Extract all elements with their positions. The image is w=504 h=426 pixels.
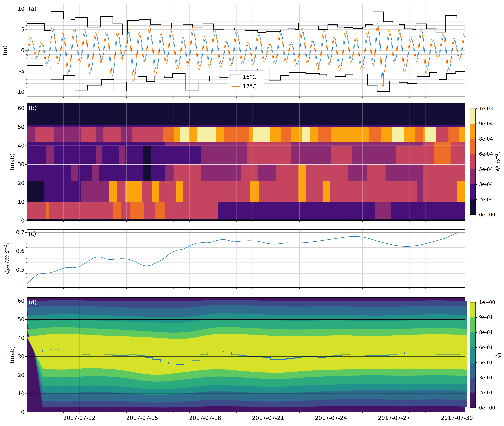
colorbar-segment [470, 348, 476, 362]
panel-b-plot [22, 103, 467, 224]
panel-d-ytick: 40 [2, 335, 24, 341]
x-axis-date-label: 2017-07-12 [63, 415, 95, 421]
x-axis-date-label: 2017-07-18 [189, 415, 221, 421]
colorbar-tick [476, 199, 477, 200]
panel-a-ytick: 0 [2, 48, 24, 53]
x-axis-date-label: 2017-07-30 [441, 415, 473, 421]
colorbar-tick [476, 169, 477, 170]
panel-d-ytick: 20 [2, 373, 24, 378]
colorbar-ticklabel: 1e+00 [479, 300, 495, 305]
figure: (a) (b) (c) (d) (m) (mab) cM2 (m s−1) (m… [0, 0, 504, 426]
colorbar-tick [476, 124, 477, 124]
colorbar-tick [476, 214, 477, 215]
colorbar-segment [470, 333, 476, 348]
colorbar-segment [470, 154, 476, 169]
colorbar-ticklabel: 0e+00 [479, 405, 495, 410]
colorbar-segment [470, 362, 476, 377]
legend-label-16c: 16°C [243, 74, 256, 80]
colorbar-segment [470, 109, 476, 124]
panel-c-ytick: 0.6 [2, 248, 24, 254]
colorbar-tick [476, 184, 477, 185]
colorbar-tick [476, 408, 477, 408]
colorbar-ticklabel: 2e-01 [479, 390, 493, 395]
colorbar-ticklabel: 8e-04 [479, 136, 493, 141]
x-axis-date-label: 2017-07-21 [252, 415, 284, 421]
colorbar-tick [476, 377, 477, 378]
legend-swatch-16c [232, 77, 239, 77]
colorbar-segment [470, 392, 476, 408]
panel-a-label: (a) [28, 6, 36, 12]
legend-item-17c: 17°C [232, 83, 260, 90]
panel-d-label: (d) [28, 299, 37, 305]
panel-d-ytick: 30 [2, 354, 24, 359]
colorbar-segment [470, 184, 476, 199]
colorbar-tick [476, 332, 477, 333]
colorbar-tick [476, 317, 477, 318]
panel-d-ytick: 50 [2, 317, 24, 322]
colorbar-ticklabel: 3e-01 [479, 375, 493, 380]
panel-b-ytick: 50 [2, 124, 24, 130]
colorbar-ticklabel: 0e+00 [479, 212, 495, 217]
colorbar-ticklabel: 8e-01 [479, 330, 493, 335]
colorbar-n2 [470, 108, 476, 215]
colorbar-segment [470, 199, 476, 214]
colorbar-segment [470, 124, 476, 139]
colorbar-ticklabel: 6e-04 [479, 152, 493, 156]
colorbar-segment [470, 318, 476, 333]
panel-c-plot [22, 229, 467, 291]
colorbar-ticklabel: 9e-04 [479, 121, 493, 126]
legend-label-17c: 17°C [243, 83, 256, 90]
panel-d-ytick: 60 [2, 298, 24, 304]
panel-a-ytick: 10 [2, 6, 24, 12]
colorbar-tick [476, 302, 477, 302]
panel-d-ytick: 0 [2, 410, 24, 415]
panel-c-ytick: 0.7 [2, 230, 24, 235]
colorbar-ticklabel: 1e-03 [479, 106, 493, 111]
panel-c-label: (c) [28, 231, 36, 237]
legend: 16°C 17°C [228, 70, 264, 93]
panel-c-ytick: 0.5 [2, 267, 24, 272]
colorbar-phi1-label: ϕ1 [495, 352, 502, 358]
colorbar-tick [476, 347, 477, 348]
colorbar-ticklabel: 9e-01 [479, 315, 493, 320]
x-axis-date-label: 2017-07-24 [315, 415, 347, 421]
colorbar-segment [470, 302, 476, 318]
colorbar-ticklabel: 3e-04 [479, 182, 493, 187]
panel-b-ytick: 60 [2, 106, 24, 111]
colorbar-tick [476, 154, 477, 154]
panel-a-ytick: 5 [2, 27, 24, 32]
colorbar-segment [470, 169, 476, 184]
x-axis-date-label: 2017-07-27 [378, 415, 410, 421]
panel-b-ytick: 10 [2, 199, 24, 205]
panel-b-ytick: 40 [2, 143, 24, 148]
colorbar-n2-label: N2 (s−2) [494, 152, 501, 172]
colorbar-tick [476, 392, 477, 393]
colorbar-ticklabel: 5e-04 [479, 167, 493, 172]
legend-item-16c: 16°C [232, 74, 260, 80]
colorbar-ticklabel: 5e-01 [479, 360, 493, 365]
legend-swatch-17c [232, 86, 239, 87]
colorbar-tick [476, 139, 477, 139]
x-axis-date-label: 2017-07-15 [126, 415, 158, 421]
panel-b-ytick: 20 [2, 180, 24, 186]
panel-b-label: (b) [28, 105, 37, 111]
colorbar-phi1 [470, 302, 476, 408]
panel-b-ytick: 30 [2, 162, 24, 167]
colorbar-segment [470, 139, 476, 154]
panel-a-ytick: -10 [2, 89, 24, 94]
colorbar-segment [470, 377, 476, 392]
colorbar-ticklabel: 2e-04 [479, 197, 493, 202]
panel-d-plot [22, 298, 467, 416]
panel-b-ytick: 0 [2, 218, 24, 223]
colorbar-tick [476, 108, 477, 109]
panel-d-ytick: 10 [2, 391, 24, 396]
colorbar-ticklabel: 6e-01 [479, 345, 493, 350]
colorbar-tick [476, 362, 477, 363]
panel-a-ytick: -5 [2, 69, 24, 74]
